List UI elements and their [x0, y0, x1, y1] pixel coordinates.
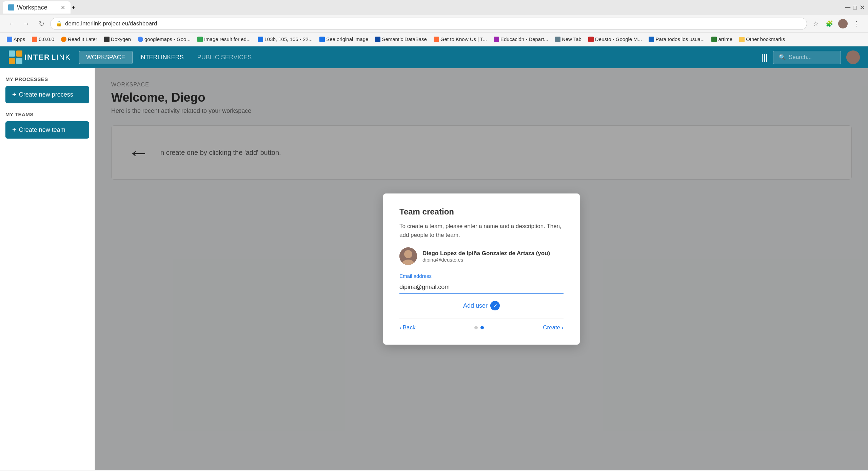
search-input[interactable]	[789, 54, 836, 61]
bookmark-para[interactable]: Para todos los usua...	[646, 35, 707, 43]
bookmark-label: 103b, 105, 106 - 22...	[264, 36, 313, 42]
forward-button[interactable]: →	[20, 18, 33, 30]
user-avatar-modal	[399, 247, 417, 265]
create-team-button[interactable]: + Create new team	[5, 121, 89, 139]
bookmark-semantic[interactable]: Semantic DataBase	[372, 35, 430, 43]
modal-footer: ‹ Back Create ›	[399, 319, 564, 331]
user-name: Diego Lopez de Ipiña Gonzalez de Artaza …	[422, 250, 550, 257]
bookmarks-bar: Apps 0.0.0.0 Read It Later Doxygen googl…	[0, 33, 868, 46]
browser-chrome: Workspace ✕ + ─ □ ✕ ← → ↻ 🔒 demo.interli…	[0, 0, 868, 46]
bookmark-apps[interactable]: Apps	[4, 35, 28, 43]
bookmark-artime[interactable]: artime	[709, 35, 735, 43]
bookmark-deusto[interactable]: Deusto - Google M...	[586, 35, 645, 43]
bookmark-label: Para todos los usua...	[655, 36, 705, 42]
bookmark-favicon	[711, 37, 717, 42]
bookmark-label: See original image	[326, 36, 368, 42]
svg-rect-0	[9, 50, 15, 57]
bookmark-label: New Tab	[562, 36, 581, 42]
email-field-container: Email address	[399, 273, 564, 294]
bookmark-label: 0.0.0.0	[39, 36, 54, 42]
nav-workspace[interactable]: WORKSPACE	[79, 51, 133, 64]
dot-1	[474, 326, 478, 329]
address-bar[interactable]: 🔒 demo.interlink-project.eu/dashboard	[50, 18, 807, 30]
refresh-button[interactable]: ↻	[35, 18, 47, 30]
bookmark-103b[interactable]: 103b, 105, 106 - 22...	[255, 35, 316, 43]
browser-controls: ← → ↻ 🔒 demo.interlink-project.eu/dashbo…	[0, 15, 868, 33]
bookmark-newtab[interactable]: New Tab	[552, 35, 584, 43]
bookmark-label: Other bookmarks	[746, 36, 785, 42]
bookmark-favicon	[61, 37, 66, 42]
svg-rect-3	[16, 58, 22, 64]
svg-point-5	[401, 260, 415, 265]
svg-point-4	[404, 250, 412, 258]
nav-bars-icon[interactable]: |||	[761, 53, 768, 62]
folder-icon	[739, 37, 745, 42]
nav-public-services[interactable]: PUBLIC SERVICES	[191, 51, 259, 64]
email-input[interactable]	[399, 281, 564, 294]
back-button[interactable]: ‹ Back	[399, 324, 415, 331]
bookmark-favicon	[649, 37, 654, 42]
user-avatar[interactable]	[846, 50, 860, 64]
more-menu-button[interactable]: ⋮	[850, 18, 863, 30]
main-content: MY PROCESSES + Create new process MY TEA…	[0, 68, 868, 470]
bookmark-label: Educación - Depart...	[500, 36, 548, 42]
bookmark-other[interactable]: Other bookmarks	[736, 35, 788, 43]
maximize-button[interactable]: □	[853, 4, 857, 11]
bookmark-image[interactable]: Image result for ed...	[195, 35, 254, 43]
bookmark-label: artime	[718, 36, 732, 42]
add-user-check-icon: ✓	[490, 301, 500, 310]
new-tab-button[interactable]: +	[72, 4, 75, 11]
bookmark-favicon	[32, 37, 37, 42]
bookmark-favicon	[319, 37, 325, 42]
nav-interlinkers[interactable]: INTERLINKERS	[133, 51, 191, 64]
my-teams-label: MY TEAMS	[5, 111, 89, 117]
bookmark-label: googlemaps - Goo...	[144, 36, 191, 42]
modal-title: Team creation	[399, 207, 564, 217]
minimize-button[interactable]: ─	[845, 3, 851, 12]
extensions-button[interactable]: 🧩	[823, 18, 835, 30]
create-button[interactable]: Create ›	[543, 324, 564, 331]
bookmark-label: Apps	[14, 36, 25, 42]
user-info: Diego Lopez de Ipiña Gonzalez de Artaza …	[422, 250, 550, 263]
close-window-button[interactable]: ✕	[860, 3, 865, 12]
bookmark-favicon	[588, 37, 594, 42]
modal-overlay: Team creation To create a team, please e…	[95, 68, 868, 470]
tab-bar: Workspace ✕ + ─ □ ✕	[0, 0, 868, 15]
bookmark-favicon	[197, 37, 203, 42]
bookmark-educacion[interactable]: Educación - Depart...	[491, 35, 551, 43]
bookmark-label: Get to Know Us | T...	[440, 36, 487, 42]
tab-close-button[interactable]: ✕	[61, 4, 65, 11]
plus-icon: +	[12, 126, 16, 134]
page-content: WORKSPACE Welcome, Diego Here is the rec…	[95, 68, 868, 470]
bookmark-favicon	[555, 37, 560, 42]
create-process-label: Create new process	[19, 91, 73, 98]
url-text: demo.interlink-project.eu/dashboard	[65, 20, 801, 27]
bookmark-favicon	[138, 37, 143, 42]
dot-2	[480, 326, 484, 329]
app: INTERLINK WORKSPACE INTERLINKERS PUBLIC …	[0, 46, 868, 470]
bookmark-favicon	[258, 37, 263, 42]
bookmark-label: Image result for ed...	[204, 36, 251, 42]
bookmark-original[interactable]: See original image	[317, 35, 371, 43]
profile-button[interactable]	[837, 18, 849, 30]
add-user-button[interactable]: Add user ✓	[399, 301, 564, 310]
chevron-left-icon: ‹	[399, 324, 401, 331]
modal-description: To create a team, please enter a name an…	[399, 222, 564, 239]
back-button[interactable]: ←	[5, 18, 18, 30]
tab-favicon	[8, 4, 14, 11]
user-email: dipina@deusto.es	[422, 257, 550, 263]
bookmark-readitlater[interactable]: Read It Later	[58, 35, 100, 43]
active-tab[interactable]: Workspace ✕	[3, 1, 71, 14]
create-process-button[interactable]: + Create new process	[5, 86, 89, 103]
bookmark-gettoknow[interactable]: Get to Know Us | T...	[431, 35, 490, 43]
browser-actions: ☆ 🧩 ⋮	[810, 18, 863, 30]
plus-icon: +	[12, 91, 16, 99]
bookmark-000[interactable]: 0.0.0.0	[29, 35, 57, 43]
bookmark-star-button[interactable]: ☆	[810, 18, 822, 30]
my-processes-label: MY PROCESSES	[5, 76, 89, 82]
bookmark-favicon	[7, 37, 12, 42]
svg-rect-2	[9, 58, 15, 64]
search-container: 🔍	[773, 51, 841, 64]
bookmark-googlemaps[interactable]: googlemaps - Goo...	[135, 35, 193, 43]
bookmark-doxygen[interactable]: Doxygen	[101, 35, 134, 43]
